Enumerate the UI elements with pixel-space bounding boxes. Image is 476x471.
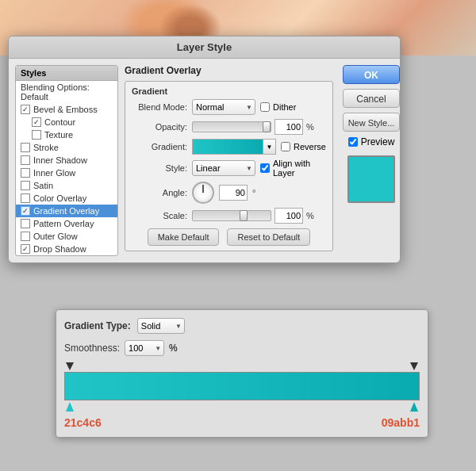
style-select[interactable]: Linear Radial Angle Reflected Diamond (192, 160, 255, 176)
inner-shadow-checkbox[interactable] (21, 155, 30, 165)
style-select-wrapper: Linear Radial Angle Reflected Diamond ▼ (192, 160, 255, 176)
preview-checkbox[interactable] (348, 137, 358, 147)
gradient-dropdown-btn[interactable]: ▼ (263, 139, 276, 155)
dither-label[interactable]: Dither (260, 102, 296, 112)
gradient-type-select[interactable]: Solid Noise (137, 318, 185, 334)
drop-shadow-checkbox[interactable] (21, 244, 30, 254)
blend-mode-row: Blend Mode: Normal Multiply Screen ▼ Dit… (132, 99, 326, 115)
style-item-texture[interactable]: Texture (16, 128, 117, 141)
style-label: Stroke (33, 143, 59, 152)
color-overlay-checkbox[interactable] (21, 193, 30, 203)
styles-panel: Styles Blending Options: Default Bevel &… (15, 65, 118, 256)
style-item-inner-glow[interactable]: Inner Glow (16, 167, 117, 179)
style-label: Contour (44, 117, 75, 127)
style-label-text: Style: (132, 163, 187, 173)
style-item-contour[interactable]: Contour (16, 116, 117, 128)
reverse-checkbox[interactable] (281, 142, 290, 151)
preview-label-row: Preview (348, 136, 395, 147)
preview-box (347, 155, 395, 203)
gradient-picker-wrapper: ▼ (192, 139, 276, 155)
style-item-color-overlay[interactable]: Color Overlay (16, 192, 117, 205)
scale-label: Scale: (132, 211, 187, 220)
style-label: Color Overlay (33, 193, 86, 203)
outer-glow-checkbox[interactable] (21, 232, 30, 241)
reset-to-default-btn[interactable]: Reset to Default (227, 228, 310, 246)
gradient-type-select-wrapper: Solid Noise ▼ (137, 318, 185, 334)
angle-dial[interactable] (192, 182, 214, 204)
gradient-type-label: Gradient Type: (64, 320, 131, 331)
smoothness-label: Smoothness: (64, 343, 120, 354)
scale-row: Scale: % (132, 208, 326, 224)
inner-glow-checkbox[interactable] (21, 168, 30, 178)
gradient-section: Gradient Blend Mode: Normal Multiply Scr… (125, 81, 333, 251)
smoothness-row: Smoothness: 100 75 50 ▼ % (64, 340, 420, 356)
style-item-bevel[interactable]: Bevel & Emboss (16, 103, 117, 116)
satin-checkbox[interactable] (21, 181, 30, 190)
reverse-label[interactable]: Reverse (281, 142, 326, 151)
ok-button[interactable]: OK (343, 65, 400, 84)
style-item-blending[interactable]: Blending Options: Default (16, 81, 117, 103)
style-item-pattern-overlay[interactable]: Pattern Overlay (16, 217, 117, 230)
gradient-label: Gradient: (132, 142, 187, 151)
style-item-drop-shadow[interactable]: Drop Shadow (16, 243, 117, 255)
opacity-stop-right[interactable] (410, 362, 418, 370)
style-item-inner-shadow[interactable]: Inner Shadow (16, 154, 117, 167)
gradient-preview[interactable] (192, 139, 263, 155)
right-panel: OK Cancel New Style... Preview (340, 65, 403, 256)
opacity-stop-left[interactable] (66, 362, 74, 370)
texture-checkbox[interactable] (32, 130, 41, 140)
gradient-type-row: Gradient Type: Solid Noise ▼ (64, 318, 420, 334)
opacity-unit: % (306, 122, 314, 132)
stroke-checkbox[interactable] (21, 143, 30, 152)
contour-checkbox[interactable] (32, 117, 41, 127)
scale-unit: % (306, 211, 314, 220)
preview-text: Preview (361, 136, 395, 147)
opacity-row: Opacity: % (132, 119, 326, 135)
blend-mode-label: Blend Mode: (132, 102, 187, 112)
scale-slider[interactable] (192, 210, 271, 221)
style-item-stroke[interactable]: Stroke (16, 141, 117, 154)
style-label: Blending Options: Default (21, 82, 113, 101)
scale-input[interactable] (274, 208, 303, 224)
color-stop-right[interactable] (410, 402, 418, 412)
style-label: Drop Shadow (33, 244, 86, 254)
style-label: Pattern Overlay (33, 219, 94, 228)
style-item-gradient-overlay[interactable]: Gradient Overlay (16, 205, 117, 217)
align-layer-label[interactable]: Align with Layer (260, 159, 326, 178)
dither-checkbox[interactable] (260, 102, 270, 112)
reverse-text: Reverse (294, 142, 326, 151)
angle-unit: ° (252, 188, 255, 197)
bevel-checkbox[interactable] (21, 105, 30, 114)
color-stops-row (64, 402, 420, 412)
style-item-satin[interactable]: Satin (16, 179, 117, 192)
style-label: Bevel & Emboss (33, 105, 98, 114)
style-item-outer-glow[interactable]: Outer Glow (16, 230, 117, 243)
smoothness-select[interactable]: 100 75 50 (125, 340, 164, 356)
pattern-overlay-checkbox[interactable] (21, 219, 30, 228)
opacity-slider[interactable] (192, 121, 271, 132)
blend-mode-select[interactable]: Normal Multiply Screen (192, 99, 255, 115)
gradient-subtitle: Gradient (132, 86, 326, 96)
angle-input[interactable] (219, 185, 248, 201)
settings-panel: Gradient Overlay Gradient Blend Mode: No… (125, 65, 333, 256)
blend-mode-select-wrapper: Normal Multiply Screen ▼ (192, 99, 255, 115)
style-label: Outer Glow (33, 232, 78, 241)
style-label: Gradient Overlay (33, 206, 99, 216)
smoothness-select-wrapper: 100 75 50 ▼ (125, 340, 164, 356)
style-label: Inner Shadow (33, 155, 87, 165)
cancel-button[interactable]: Cancel (343, 89, 400, 108)
opacity-input[interactable] (274, 119, 303, 135)
gradient-bar[interactable] (64, 372, 420, 400)
smoothness-unit: % (169, 343, 178, 354)
align-layer-checkbox[interactable] (260, 163, 270, 173)
gradient-overlay-checkbox[interactable] (21, 206, 30, 216)
color-stop-left[interactable] (66, 402, 74, 412)
opacity-slider-container: % (192, 119, 314, 135)
make-default-btn[interactable]: Make Default (148, 228, 220, 246)
scale-slider-container: % (192, 208, 314, 224)
angle-label: Angle: (132, 188, 187, 197)
dither-text: Dither (273, 102, 296, 112)
opacity-stops-row (64, 362, 420, 370)
new-style-button[interactable]: New Style... (343, 113, 400, 132)
section-title: Gradient Overlay (125, 65, 333, 76)
